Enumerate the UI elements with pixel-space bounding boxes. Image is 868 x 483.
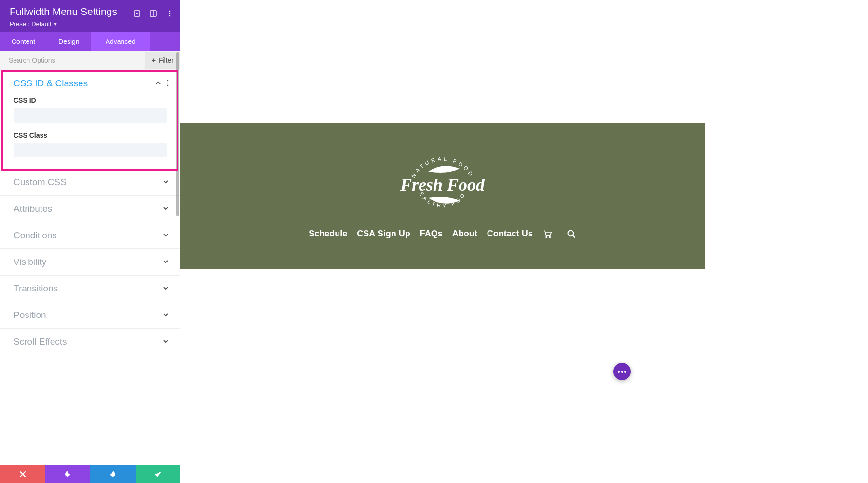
section-custom-css: Custom CSS xyxy=(0,169,180,196)
panel-footer xyxy=(0,465,180,483)
section-title: Scroll Effects xyxy=(14,336,67,347)
filter-label: Filter xyxy=(159,56,174,64)
tab-content[interactable]: Content xyxy=(0,32,47,51)
search-row: + Filter xyxy=(0,51,180,70)
section-header-conditions[interactable]: Conditions xyxy=(0,222,180,248)
section-title: Custom CSS xyxy=(14,177,67,188)
more-icon xyxy=(618,371,626,373)
chevron-down-icon xyxy=(163,258,169,266)
cart-icon[interactable] xyxy=(542,229,552,239)
css-class-label: CSS Class xyxy=(14,131,167,139)
section-title: Conditions xyxy=(14,230,57,241)
svg-line-15 xyxy=(572,235,575,237)
chevron-down-icon xyxy=(163,311,169,319)
tab-advanced[interactable]: Advanced xyxy=(91,32,150,51)
fullwidth-menu-module[interactable]: NATURAL FOOD HEALTHY FOOD Fresh Food Sch… xyxy=(180,123,705,269)
nav-link-faqs[interactable]: FAQs xyxy=(420,229,443,239)
svg-point-5 xyxy=(169,13,171,14)
section-header-attributes[interactable]: Attributes xyxy=(0,196,180,222)
chevron-down-icon xyxy=(163,205,169,213)
plus-icon: + xyxy=(152,56,156,64)
section-body: CSS ID CSS Class xyxy=(0,97,180,169)
section-css-id-classes: CSS ID & Classes CSS ID CSS Class xyxy=(0,70,180,169)
svg-point-13 xyxy=(549,236,550,238)
chevron-up-icon[interactable] xyxy=(155,80,161,87)
section-header-scroll-effects[interactable]: Scroll Effects xyxy=(0,329,180,355)
chevron-down-icon xyxy=(163,338,169,345)
search-input[interactable] xyxy=(0,51,145,70)
chevron-down-icon xyxy=(163,179,169,186)
svg-point-9 xyxy=(167,85,169,86)
section-title: CSS ID & Classes xyxy=(14,78,88,89)
chevron-down-icon xyxy=(163,285,169,292)
redo-button[interactable] xyxy=(90,465,136,483)
section-visibility: Visibility xyxy=(0,249,180,276)
save-button[interactable] xyxy=(136,465,181,483)
site-logo[interactable]: NATURAL FOOD HEALTHY FOOD Fresh Food xyxy=(402,153,484,216)
page-preview: NATURAL FOOD HEALTHY FOOD Fresh Food Sch… xyxy=(180,0,868,483)
section-controls xyxy=(155,80,169,87)
nav-link-csa-sign-up[interactable]: CSA Sign Up xyxy=(357,229,410,239)
section-header-transitions[interactable]: Transitions xyxy=(0,276,180,302)
svg-point-14 xyxy=(568,230,573,236)
menu-nav: Schedule CSA Sign Up FAQs About Contact … xyxy=(309,229,576,239)
section-header-custom-css[interactable]: Custom CSS xyxy=(0,169,180,195)
preset-selector[interactable]: Preset: Default ▼ xyxy=(10,20,171,28)
logo-main-text: Fresh Food xyxy=(400,175,485,195)
section-position: Position xyxy=(0,302,180,329)
search-icon[interactable] xyxy=(567,229,576,239)
nav-link-contact-us[interactable]: Contact Us xyxy=(487,229,533,239)
css-id-label: CSS ID xyxy=(14,97,167,104)
svg-point-4 xyxy=(169,11,171,12)
header-icon-group xyxy=(133,10,174,17)
expand-panel-icon[interactable] xyxy=(149,10,157,17)
filter-button[interactable]: + Filter xyxy=(145,52,180,69)
svg-point-1 xyxy=(136,13,137,14)
svg-point-8 xyxy=(167,83,169,84)
section-header-visibility[interactable]: Visibility xyxy=(0,249,180,275)
section-attributes: Attributes xyxy=(0,196,180,222)
more-options-icon[interactable] xyxy=(166,10,174,17)
css-class-input[interactable] xyxy=(14,143,167,157)
svg-point-7 xyxy=(167,80,169,82)
section-title: Visibility xyxy=(14,257,46,267)
svg-point-12 xyxy=(546,236,547,238)
section-title: Position xyxy=(14,310,46,320)
scrollbar-thumb[interactable] xyxy=(176,52,179,216)
css-id-input[interactable] xyxy=(14,108,167,123)
tab-design[interactable]: Design xyxy=(47,32,91,51)
tabs: Content Design Advanced xyxy=(0,32,180,51)
section-header-position[interactable]: Position xyxy=(0,302,180,328)
nav-link-schedule[interactable]: Schedule xyxy=(309,229,347,239)
section-more-icon[interactable] xyxy=(167,80,169,87)
help-icon[interactable] xyxy=(133,10,141,17)
caret-down-icon: ▼ xyxy=(53,22,57,27)
section-scroll-effects: Scroll Effects xyxy=(0,329,180,355)
svg-point-6 xyxy=(169,15,171,17)
cancel-button[interactable] xyxy=(0,465,45,483)
undo-button[interactable] xyxy=(45,465,91,483)
settings-panel: Fullwidth Menu Settings Preset: Default … xyxy=(0,0,180,483)
options-scroll-area[interactable]: CSS ID & Classes CSS ID CSS Class xyxy=(0,70,180,465)
preset-value: Default xyxy=(31,20,51,28)
section-title: Attributes xyxy=(14,204,52,214)
section-transitions: Transitions xyxy=(0,276,180,302)
chevron-down-icon xyxy=(163,232,169,239)
nav-link-about[interactable]: About xyxy=(452,229,477,239)
panel-header: Fullwidth Menu Settings Preset: Default … xyxy=(0,0,180,32)
section-conditions: Conditions xyxy=(0,222,180,249)
preset-prefix: Preset: xyxy=(10,20,29,28)
section-title: Transitions xyxy=(14,283,58,294)
builder-fab-button[interactable] xyxy=(613,363,631,380)
section-header-css-id-classes[interactable]: CSS ID & Classes xyxy=(0,70,180,97)
